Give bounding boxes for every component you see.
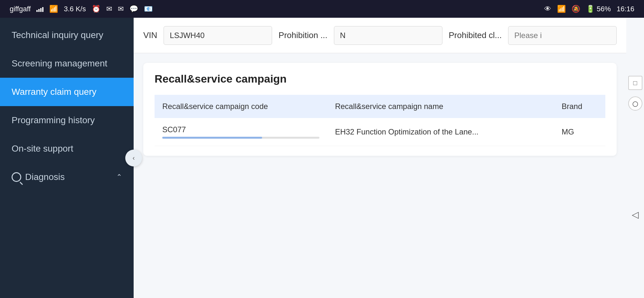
code-value: SC077 [162, 125, 319, 134]
sidebar-item-programming-history[interactable]: Programming history [0, 106, 134, 134]
chevron-up-icon: ⌃ [116, 173, 122, 181]
card-title: Recall&service campaign [155, 73, 605, 85]
battery-icon: 🔋 56% [586, 5, 611, 13]
checkbox-icon: □ [633, 79, 637, 87]
checkbox-button[interactable]: □ [628, 76, 642, 90]
content-area: Recall&service campaign Recall&service c… [134, 53, 626, 298]
sidebar-item-label: Screening management [12, 58, 107, 69]
messenger-icon: 💬 [129, 5, 138, 13]
mail-icon: 📧 [144, 5, 153, 13]
status-left: giffgaff 📶 3.6 K/s ⏰ ✉ ✉ 💬 📧 [10, 5, 153, 13]
signal-bar-2 [38, 9, 40, 12]
sidebar-item-label: Warranty claim query [12, 87, 96, 97]
signal-bar-1 [36, 10, 38, 12]
message2-icon: ✉ [118, 5, 124, 13]
please-input[interactable] [508, 26, 617, 45]
sidebar-item-diagnosis[interactable]: Diagnosis ⌃ [0, 163, 134, 191]
table-row[interactable]: SC077 EH32 Function Optimization of the … [155, 118, 605, 146]
prohibition-label: Prohibition ... [279, 30, 327, 40]
cell-brand: MG [554, 118, 605, 146]
right-sidebar: □ ◯ ◁ [626, 18, 644, 298]
cell-code: SC077 [155, 118, 327, 146]
signal-bar-3 [40, 8, 42, 12]
search-icon [12, 172, 21, 182]
vin-label: VIN [143, 30, 157, 40]
sidebar-item-on-site-support[interactable]: On-site support [0, 134, 134, 163]
wifi-icon: 📶 [49, 5, 58, 13]
col-header-name: Recall&service campaign name [327, 95, 554, 118]
sidebar-item-label: Technical inquiry query [12, 30, 103, 40]
chevron-left-icon: ‹ [133, 154, 135, 162]
scroll-indicator [162, 137, 319, 139]
alarm-icon: ⏰ [92, 5, 100, 13]
back-arrow-icon: ◁ [632, 209, 639, 220]
carrier-label: giffgaff [10, 5, 31, 13]
sidebar-item-label: On-site support [12, 144, 73, 154]
col-header-brand: Brand [554, 95, 605, 118]
sidebar-item-screening-management[interactable]: Screening management [0, 49, 134, 78]
circle-icon: ◯ [632, 101, 638, 107]
sidebar-item-warranty-claim[interactable]: Warranty claim query [0, 78, 134, 106]
table-header-row: Recall&service campaign code Recall&serv… [155, 95, 605, 118]
status-bar: giffgaff 📶 3.6 K/s ⏰ ✉ ✉ 💬 📧 👁 📶 🔕 🔋 56%… [0, 0, 644, 18]
status-right: 👁 📶 🔕 🔋 56% 16:16 [544, 5, 634, 13]
signal-bar-4 [42, 7, 43, 12]
prohibition-input[interactable] [334, 26, 442, 45]
scroll-thumb [162, 137, 262, 139]
app-container: Technical inquiry query Screening manage… [0, 18, 644, 298]
sidebar: Technical inquiry query Screening manage… [0, 18, 134, 298]
data-table: Recall&service campaign code Recall&serv… [155, 95, 605, 146]
filter-bar: VIN Prohibition ... Prohibited cl... [134, 18, 626, 53]
vin-input[interactable] [164, 26, 272, 45]
col-header-code: Recall&service campaign code [155, 95, 327, 118]
signal-bars [36, 6, 43, 12]
diagnosis-left: Diagnosis [12, 172, 65, 182]
network-speed: 3.6 K/s [64, 5, 86, 13]
bluetooth-icon: 📶 [557, 5, 566, 13]
circle-button[interactable]: ◯ [628, 96, 642, 111]
diagnosis-label: Diagnosis [25, 172, 65, 182]
prohibited-cl-label: Prohibited cl... [449, 30, 502, 40]
eye-icon: 👁 [544, 5, 551, 13]
cell-name: EH32 Function Optimization of the Lane..… [327, 118, 554, 146]
sidebar-item-label: Programming history [12, 115, 95, 125]
sidebar-item-technical-inquiry[interactable]: Technical inquiry query [0, 21, 134, 49]
campaign-card: Recall&service campaign Recall&service c… [143, 63, 617, 156]
time-display: 16:16 [617, 5, 634, 13]
mute-icon: 🔕 [572, 5, 580, 13]
back-arrow-button[interactable]: ◁ [628, 207, 642, 222]
sidebar-collapse-button[interactable]: ‹ [125, 150, 142, 166]
main-content: VIN Prohibition ... Prohibited cl... Rec… [134, 18, 626, 298]
message-icon: ✉ [106, 5, 112, 13]
